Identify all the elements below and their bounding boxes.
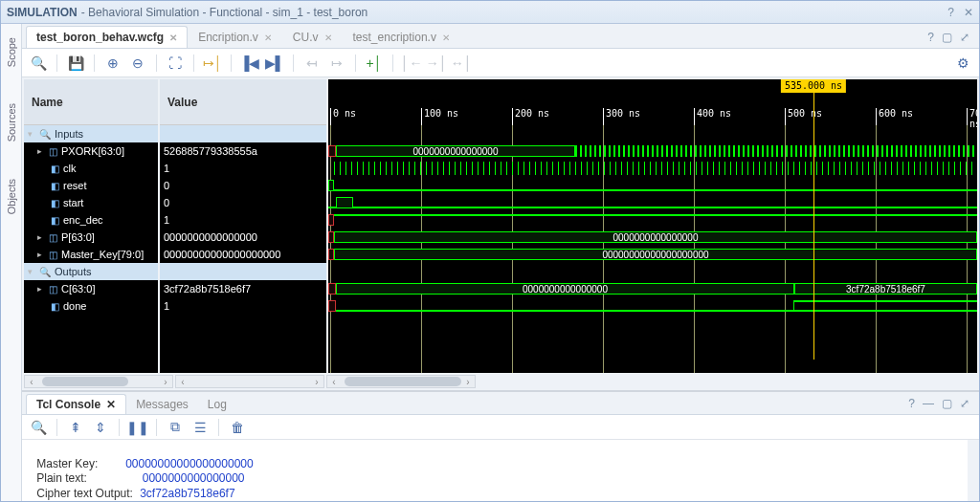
- value-encdec: 1: [160, 211, 326, 229]
- prev-marker-icon[interactable]: │←: [401, 53, 422, 74]
- window: SIMULATION - Behavioral Simulation - Fun…: [0, 0, 980, 502]
- swap-marker-icon[interactable]: ↔│: [451, 53, 472, 74]
- copy-icon[interactable]: ⧉: [165, 417, 186, 438]
- wave-c: 0000000000000000 3cf72a8b7518e6f7: [328, 280, 977, 297]
- console-tab-log[interactable]: Log: [198, 395, 236, 414]
- signal-mkey[interactable]: ▸◫Master_Key[79:0]: [24, 246, 158, 263]
- help-icon[interactable]: ?: [927, 31, 934, 44]
- next-edge-icon[interactable]: ↦: [326, 53, 347, 74]
- search-icon[interactable]: 🔍: [28, 53, 49, 74]
- signal-start[interactable]: ◧start: [24, 194, 158, 211]
- value-col-scroll[interactable]: ‹›: [175, 375, 324, 388]
- ruler-tick: 700 ns: [967, 108, 977, 125]
- save-icon[interactable]: 💾: [65, 53, 86, 74]
- ruler-tick: 300 ns: [603, 108, 640, 125]
- value-header[interactable]: Value: [160, 79, 326, 125]
- title-rest: - Behavioral Simulation - Functional - s…: [81, 6, 368, 19]
- wave-start: [328, 194, 977, 211]
- console-vscroll[interactable]: [968, 440, 979, 501]
- clear-icon[interactable]: 🗑: [227, 417, 248, 438]
- go-to-cursor-icon[interactable]: ↦│: [202, 53, 223, 74]
- value-c: 3cf72a8b7518e6f7: [160, 280, 326, 297]
- console-tab-messages[interactable]: Messages: [126, 395, 198, 414]
- ruler-tick: 500 ns: [785, 108, 822, 125]
- ruler-tick: 600 ns: [876, 108, 913, 125]
- file-tab-cu[interactable]: CU.v✕: [282, 26, 343, 48]
- wave-group-inputs: [328, 125, 977, 142]
- prev-edge-icon[interactable]: ↤: [301, 53, 323, 74]
- signal-c[interactable]: ▸◫C[63:0]: [24, 280, 158, 297]
- wave-group-outputs: [328, 263, 977, 280]
- ruler-tick: 100 ns: [421, 108, 458, 125]
- close-tab-icon[interactable]: ✕: [169, 33, 177, 43]
- signal-reset[interactable]: ◧reset: [24, 177, 158, 194]
- console-toolbar: 🔍 ⇞ ⇕ ❚❚ ⧉ ☰ 🗑: [22, 415, 979, 440]
- value-done: 1: [160, 297, 326, 315]
- expand-all-icon[interactable]: ⇕: [90, 417, 111, 438]
- ruler-tick: 200 ns: [512, 108, 549, 125]
- help-icon[interactable]: ?: [947, 6, 954, 19]
- value-outputs: [160, 263, 326, 280]
- restore-icon[interactable]: ▢: [942, 31, 952, 44]
- maximize-icon[interactable]: ⤢: [960, 397, 969, 410]
- wave-p: 0000000000000000: [328, 229, 977, 246]
- close-tab-icon[interactable]: ✕: [106, 398, 116, 411]
- file-tab-bar: test_boron_behav.wcfg✕ Encription.v✕ CU.…: [22, 24, 979, 49]
- value-column: Value 526885779338555a 1 0 0 1 000000000…: [160, 79, 326, 373]
- pause-icon[interactable]: ❚❚: [127, 417, 148, 438]
- zoom-out-icon[interactable]: ⊖: [127, 53, 148, 74]
- ruler-tick: 400 ns: [694, 108, 731, 125]
- signal-p[interactable]: ▸◫P[63:0]: [24, 229, 158, 246]
- waveform-viewport[interactable]: 535.000 ns 0 ns 100 ns 200 ns 300 ns 400…: [328, 79, 977, 373]
- wave-encdec: [328, 211, 977, 229]
- marker-label: 535.000 ns: [781, 79, 846, 93]
- sidetab-scope[interactable]: Scope: [4, 33, 19, 71]
- title-prefix: SIMULATION: [7, 6, 78, 19]
- minimize-icon[interactable]: —: [923, 397, 934, 410]
- console-output[interactable]: Master Key: 00000000000000000000 Plain t…: [22, 440, 968, 501]
- sidetab-objects[interactable]: Objects: [4, 175, 19, 218]
- group-inputs[interactable]: ▾🔍Inputs: [24, 125, 158, 142]
- close-tab-icon[interactable]: ✕: [324, 33, 332, 43]
- signal-done[interactable]: ◧done: [24, 297, 158, 315]
- zoom-in-icon[interactable]: ⊕: [102, 53, 123, 74]
- signal-clk[interactable]: ◧clk: [24, 160, 158, 177]
- wave-scroll[interactable]: ‹›: [326, 375, 476, 388]
- settings-icon[interactable]: ⚙: [952, 53, 973, 74]
- wave-clk: [328, 160, 977, 177]
- group-outputs[interactable]: ▾🔍Outputs: [24, 263, 158, 280]
- wave-done: [328, 297, 977, 315]
- close-tab-icon[interactable]: ✕: [442, 33, 450, 43]
- zoom-fit-icon[interactable]: ⛶: [165, 53, 186, 74]
- file-tab-wcfg[interactable]: test_boron_behav.wcfg✕: [26, 26, 188, 48]
- add-marker-icon[interactable]: +│: [364, 53, 385, 74]
- wave-toolbar: 🔍 💾 ⊕ ⊖ ⛶ ↦│ ▐◀ ▶▌ ↤ ↦ +│ │← →: [22, 49, 979, 77]
- side-tabs: Scope Sources Objects: [1, 24, 22, 501]
- file-tab-test-encription[interactable]: test_encription.v✕: [343, 26, 460, 48]
- toggle-icon[interactable]: ☰: [189, 417, 211, 438]
- name-col-scroll[interactable]: ‹›: [24, 375, 173, 388]
- restore-icon[interactable]: ▢: [942, 397, 952, 410]
- close-icon[interactable]: ✕: [964, 6, 973, 19]
- file-tab-encription[interactable]: Encription.v✕: [188, 26, 282, 48]
- marker-cursor[interactable]: [813, 79, 814, 360]
- name-column: Name ▾🔍Inputs ▸◫PXORK[63:0] ◧clk ◧reset …: [24, 79, 158, 373]
- value-clk: 1: [160, 160, 326, 177]
- console-tab-tcl[interactable]: Tcl Console✕: [26, 394, 126, 414]
- sidetab-sources[interactable]: Sources: [4, 99, 19, 145]
- help-icon[interactable]: ?: [908, 397, 915, 410]
- next-marker-icon[interactable]: →│: [426, 53, 447, 74]
- prev-transition-icon[interactable]: ▐◀: [239, 53, 260, 74]
- name-header[interactable]: Name: [24, 79, 158, 125]
- signal-encdec[interactable]: ◧enc_dec: [24, 211, 158, 229]
- value-reset: 0: [160, 177, 326, 194]
- close-tab-icon[interactable]: ✕: [264, 33, 272, 43]
- next-transition-icon[interactable]: ▶▌: [264, 53, 285, 74]
- search-icon[interactable]: 🔍: [28, 417, 49, 438]
- maximize-icon[interactable]: ⤢: [960, 31, 969, 44]
- wave-reset: [328, 177, 977, 194]
- time-ruler[interactable]: 0 ns 100 ns 200 ns 300 ns 400 ns 500 ns …: [328, 79, 977, 125]
- signal-pxork[interactable]: ▸◫PXORK[63:0]: [24, 142, 158, 160]
- wave-pxork: 0000000000000000: [328, 142, 977, 160]
- collapse-all-icon[interactable]: ⇞: [65, 417, 86, 438]
